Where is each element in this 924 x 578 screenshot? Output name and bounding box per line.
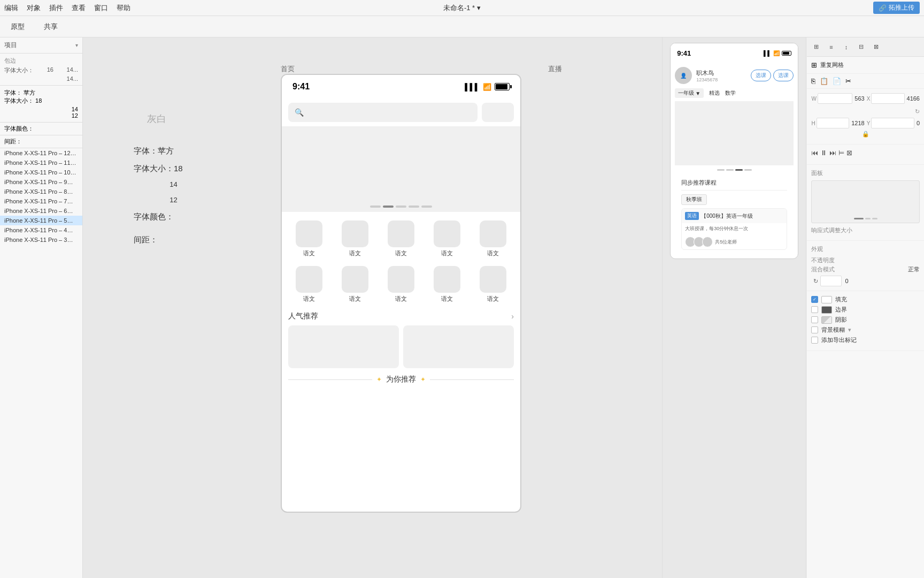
right-user-id: 12345678	[696, 77, 746, 82]
paste-special-icon[interactable]: 📄	[833, 77, 841, 85]
props-tool-minus[interactable]: ⊟	[855, 41, 867, 53]
right-battery-fill	[783, 52, 789, 55]
icon-box-3	[434, 220, 460, 247]
sidebar-item-0[interactable]: iPhone X-XS-11 Pro – 12@3x	[0, 148, 82, 158]
icon-item-7[interactable]: 语文	[380, 266, 422, 303]
icon-item-4[interactable]: 语文	[472, 220, 514, 257]
phone-search-bar[interactable]: 🔍	[288, 103, 478, 122]
right-dot-1	[726, 169, 734, 171]
rotate-refresh-icon[interactable]: ↻	[813, 278, 818, 285]
titlebar-menu[interactable]: 编辑 对象 插件 查看 窗口 帮助	[4, 3, 130, 13]
copy-icon[interactable]: ⎘	[811, 77, 815, 85]
props-wh-row: W 563 X 4166	[811, 93, 920, 104]
phone-search-extra	[482, 103, 514, 122]
right-wifi-icon: 📶	[773, 50, 780, 56]
playback-align-icon[interactable]: ⊨	[838, 149, 844, 157]
font-info: 字体： 苹方 字体大小： 18 14 12	[0, 86, 82, 123]
right-dot-0	[717, 169, 725, 171]
menu-bianji[interactable]: 编辑	[4, 3, 18, 13]
main-layout: 项目 ▾ 包边 字体大小： 16 14... 14... 字体： 苹方 字体大小…	[0, 37, 924, 578]
w-input[interactable]	[818, 93, 852, 104]
props-tool-grid[interactable]: ⊞	[810, 41, 822, 53]
sidebar-item-8[interactable]: iPhone X-XS-11 Pro – 4@3x	[0, 225, 82, 235]
menu-duixiang[interactable]: 对象	[27, 3, 41, 13]
icon-item-2[interactable]: 语文	[380, 220, 422, 257]
tuijian-button[interactable]: 🔗 拓推上传	[873, 2, 920, 14]
menu-chajian[interactable]: 插件	[49, 3, 63, 13]
icon-label-0: 语文	[303, 249, 315, 257]
icon-item-0[interactable]: 语文	[288, 220, 330, 257]
icon-item-8[interactable]: 语文	[426, 266, 468, 303]
x-input[interactable]	[871, 93, 904, 104]
h-input[interactable]	[817, 118, 850, 128]
right-teacher-avatars	[685, 237, 713, 247]
cut-icon[interactable]: ✂	[845, 77, 851, 85]
checkbox-daochuji[interactable]	[811, 337, 818, 344]
card-0[interactable]	[288, 325, 399, 368]
phone-foryou: ✦ 为你推荐 ✦	[282, 368, 520, 391]
right-btn-1[interactable]: 选课	[751, 70, 771, 81]
checkbox-bianjie[interactable]	[811, 306, 818, 313]
playback-start-icon[interactable]: ⏮	[811, 149, 818, 157]
yinying-color-box[interactable]	[821, 316, 832, 324]
icon-item-5[interactable]: 语文	[288, 266, 330, 303]
tianchong-color-box[interactable]	[821, 296, 832, 303]
right-sync-title: 同步推荐课程	[681, 179, 787, 187]
sidebar-item-2[interactable]: iPhone X-XS-11 Pro – 10@3x	[0, 168, 82, 177]
right-btn-2[interactable]: 选课	[773, 70, 794, 81]
paste-icon[interactable]: 📋	[820, 77, 828, 85]
phone-status-time: 9:41	[292, 82, 310, 92]
right-season-tag[interactable]: 秋季班	[681, 194, 707, 205]
checkbox-yinying[interactable]	[811, 316, 818, 323]
props-mianban-section: 面板 响应式调整大小	[807, 165, 924, 241]
menu-chakan[interactable]: 查看	[72, 3, 86, 13]
props-hyw-row: H 1218 Y 0	[811, 118, 920, 128]
icon-item-1[interactable]: 语文	[334, 220, 376, 257]
daochuji-label: 添加导出标记	[821, 336, 857, 344]
icon-item-9[interactable]: 语文	[472, 266, 514, 303]
right-signal-icon: ▌▌	[764, 50, 771, 56]
checkbox-tianchong[interactable]	[811, 296, 818, 303]
playback-next-icon[interactable]: ⏭	[829, 149, 836, 157]
sidebar-item-7[interactable]: iPhone X-XS-11 Pro – 5@3x	[0, 216, 82, 225]
playback-close2-icon[interactable]: ⊠	[846, 149, 852, 157]
sidebar-item-9[interactable]: iPhone X-XS-11 Pro – 3@3x	[0, 235, 82, 245]
icon-box-1	[342, 220, 368, 247]
sidebar-item-3[interactable]: iPhone X-XS-11 Pro – 9@3x	[0, 177, 82, 187]
bianjie-color-box[interactable]	[821, 306, 832, 314]
beijing-dropdown-icon[interactable]: ▾	[848, 326, 851, 333]
rotate-input[interactable]	[820, 276, 842, 286]
checkbox-beijing[interactable]	[811, 326, 818, 333]
right-course-title: 【000秋】英语一年级	[701, 212, 753, 220]
props-tool-close[interactable]: ⊠	[870, 41, 882, 53]
toolbar-yuanxing[interactable]: 原型	[6, 20, 29, 34]
phone-carousel[interactable]	[282, 126, 520, 212]
right-teacher-avatar-2	[702, 237, 713, 247]
right-course-card[interactable]: 英语 【000秋】英语一年级 大班授课，每30分钟休息一次 共5位	[681, 208, 787, 250]
sidebar-header[interactable]: 项目 ▾	[0, 37, 82, 54]
search-icon: 🔍	[295, 108, 304, 117]
right-user-info: 职木鸟 12345678	[696, 69, 746, 82]
phone-screen: 9:41 ▌▌▌ 📶 🔍	[281, 74, 521, 513]
sidebar-item-6[interactable]: iPhone X-XS-11 Pro – 6@3x	[0, 206, 82, 216]
props-tool-distribute[interactable]: ↕	[840, 41, 852, 53]
menu-chuangkou[interactable]: 窗口	[94, 3, 108, 13]
canvas-area[interactable]: 灰白 字体：苹方 字体大小：18 14 12 字体颜色： 间距： 首页 直播 9…	[83, 37, 662, 578]
sidebar-item-4[interactable]: iPhone X-XS-11 Pro – 8@3x	[0, 187, 82, 196]
sidebar-item-5[interactable]: iPhone X-XS-11 Pro – 7@3x	[0, 196, 82, 206]
icon-item-3[interactable]: 语文	[426, 220, 468, 257]
playback-prev-icon[interactable]: ⏸	[820, 149, 827, 157]
refresh-icon[interactable]: ↻	[915, 108, 920, 115]
popular-arrow-icon[interactable]: ›	[511, 312, 514, 321]
icon-item-6[interactable]: 语文	[334, 266, 376, 303]
menu-bangzhu[interactable]: 帮助	[117, 3, 130, 13]
card-1[interactable]	[403, 325, 514, 368]
toolbar-gongxiang[interactable]: 共享	[40, 20, 62, 34]
props-tool-align[interactable]: ≡	[825, 41, 837, 53]
battery-icon	[495, 83, 510, 90]
right-phone-content: 👤 职木鸟 12345678 选课 选课	[671, 63, 798, 258]
y-input[interactable]	[871, 118, 914, 128]
titlebar: 编辑 对象 插件 查看 窗口 帮助 未命名-1 * ▾ 🔗 拓推上传	[0, 0, 924, 16]
sidebar-item-1[interactable]: iPhone X-XS-11 Pro – 11@3x	[0, 158, 82, 168]
right-grade-tag[interactable]: 一年级 ▼	[675, 88, 704, 98]
